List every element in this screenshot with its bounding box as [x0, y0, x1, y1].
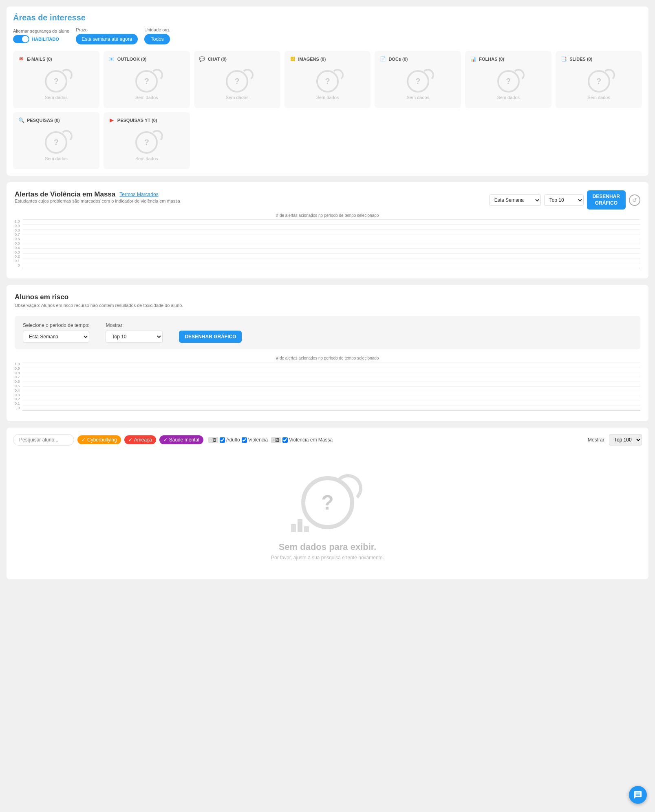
alerts-chart-plot: [22, 219, 640, 268]
alerts-chart-inner: 1.0 0.9 0.8 0.7 0.6 0.5 0.4 0.3 0.2 0.1 …: [15, 219, 640, 268]
alerts-draw-button[interactable]: DESENHARGRÁFICO: [587, 190, 626, 210]
card-outlook-header: 📧 OUTLOOK (0): [108, 56, 147, 62]
card-folhas-body: Sem dados: [470, 66, 547, 103]
card-folhas-label: FOLHAS (0): [479, 57, 504, 62]
card-outlook-label: OUTLOOK (0): [117, 57, 147, 62]
card-folhas[interactable]: 📊 FOLHAS (0) Sem dados: [465, 51, 551, 108]
violencia-massa-text: Violência em Massa: [289, 437, 333, 443]
top-controls: Alternar segurança do aluno HABILITADO P…: [13, 27, 642, 44]
alerts-controls: Esta Semana Este Mês Este Ano Top 10 Top…: [489, 190, 640, 210]
alerts-title: Alertas de Violência em Massa: [15, 190, 115, 199]
risk-section: Alunos em risco Observação: Alunos em ri…: [7, 285, 648, 421]
alerts-title-row: Alertas de Violência em Massa Termos Mar…: [15, 190, 180, 199]
bar-2: [298, 519, 302, 532]
toggle-label-above: Alternar segurança do aluno: [13, 29, 69, 33]
card-slides-label: SLIDES (0): [569, 57, 592, 62]
emails-icon: ✉: [18, 56, 24, 62]
card-chat[interactable]: 💬 CHAT (0) Sem dados: [194, 51, 280, 108]
prazo-label: Prazo: [76, 27, 138, 32]
bar-1: [291, 524, 296, 532]
risk-period-label: Selecione o período de tempo:: [23, 322, 89, 328]
risk-period-select[interactable]: Esta Semana Este Mês Este Ano: [23, 331, 89, 343]
termos-link[interactable]: Termos Marcados: [119, 192, 158, 197]
card-pesquisas[interactable]: 🔍 PESQUISAS (0) Sem dados: [13, 112, 99, 169]
risk-period-group: Selecione o período de tempo: Esta Seman…: [23, 322, 89, 343]
violencia-massa-group: +🖼 Violência em Massa: [271, 437, 333, 443]
security-toggle[interactable]: [13, 35, 29, 43]
risk-controls-box: Selecione o período de tempo: Esta Seman…: [15, 316, 640, 349]
unidade-group: Unidade org. Todos: [144, 27, 170, 44]
violencia-checkbox[interactable]: [242, 437, 247, 443]
risk-chart-plot: [22, 362, 640, 411]
risk-chart-label: # de alertas acionados no período de tem…: [15, 356, 640, 360]
card-imagens-nodata: Sem dados: [316, 95, 339, 100]
bar-decoration: [291, 519, 309, 532]
risk-chart: # de alertas acionados no período de tem…: [15, 356, 640, 413]
card-imagens-label: IMAGENS (0): [298, 57, 326, 62]
outlook-icon: 📧: [108, 56, 115, 62]
risk-controls-inner: Selecione o período de tempo: Esta Seman…: [23, 322, 632, 343]
mostrar-label: Mostrar:: [588, 437, 606, 443]
areas-de-interesse-section: Áreas de interesse Alternar segurança do…: [7, 7, 648, 176]
card-emails[interactable]: ✉ E-MAILS (0) Sem dados: [13, 51, 99, 108]
alerts-y-axis: 1.0 0.9 0.8 0.7 0.6 0.5 0.4 0.3 0.2 0.1 …: [15, 219, 22, 268]
no-data-text: Sem dados para exibir.: [279, 542, 377, 552]
risk-draw-button[interactable]: DESENHAR GRÁFICO: [179, 331, 242, 343]
card-slides[interactable]: 📑 SLIDES (0) Sem dados: [556, 51, 642, 108]
card-imagens[interactable]: 🖼 IMAGENS (0) Sem dados: [284, 51, 371, 108]
card-chat-body: Sem dados: [199, 66, 276, 103]
adulto-checkbox-label[interactable]: Adulto: [220, 437, 240, 443]
imagens-icon: 🖼: [289, 56, 296, 62]
ameaca-check: ✓: [128, 437, 132, 443]
alerts-left: Alertas de Violência em Massa Termos Mar…: [15, 190, 180, 210]
violencia-massa-checkbox-label[interactable]: Violência em Massa: [282, 437, 333, 443]
violencia-massa-icon-box: +🖼: [271, 437, 281, 443]
adulto-text: Adulto: [226, 437, 240, 443]
card-pesquisas-label: PESQUISAS (0): [27, 118, 60, 123]
risk-title: Alunos em risco: [15, 293, 640, 301]
no-data-area: Sem dados para exibir. Por favor, ajuste…: [13, 454, 642, 573]
cyberbullying-label: Cyberbullying: [87, 437, 117, 443]
card-slides-body: Sem dados: [560, 66, 637, 103]
prazo-button[interactable]: Esta semana até agora: [76, 34, 138, 44]
card-outlook[interactable]: 📧 OUTLOOK (0) Sem dados: [104, 51, 190, 108]
card-chat-header: 💬 CHAT (0): [199, 56, 227, 62]
tag-saude-mental[interactable]: ✓ Saúde mental: [159, 435, 203, 444]
card-slides-nodata: Sem dados: [587, 95, 610, 100]
search-section: ✓ Cyberbullying ✓ Ameaça ✓ Saúde mental …: [7, 428, 648, 579]
alerts-chart: # de alertas acionados no período de tem…: [15, 213, 640, 270]
card-docs[interactable]: 📄 DOCs (0) Sem dados: [375, 51, 461, 108]
risk-show-select[interactable]: Top 10 Top 25 Top 50 Top 100: [106, 331, 163, 343]
card-docs-label: DOCs (0): [388, 57, 408, 62]
adulto-icon-box: +🖼: [208, 437, 218, 443]
card-pesquisasyt-header: ▶ PESQUISAS YT (0): [108, 117, 157, 124]
mostrar-select[interactable]: Top 10 Top 25 Top 50 Top 100: [609, 434, 642, 446]
cards-grid-1: ✉ E-MAILS (0) Sem dados 📧 OUT: [13, 51, 642, 108]
slides-icon: 📑: [560, 56, 567, 62]
alerts-top-select[interactable]: Top 10 Top 25 Top 50 Top 100: [544, 194, 584, 206]
card-pesquisasyt[interactable]: ▶ PESQUISAS YT (0) Sem dados: [104, 112, 190, 169]
tag-cyberbullying[interactable]: ✓ Cyberbullying: [77, 435, 121, 444]
saude-check: ✓: [163, 437, 168, 443]
docs-icon: 📄: [379, 56, 386, 62]
card-pesquisasyt-nodata: Sem dados: [135, 156, 158, 161]
bar-3: [304, 526, 309, 532]
big-arc: [334, 474, 362, 503]
pesquisas-icon: 🔍: [18, 117, 24, 124]
folhas-icon: 📊: [470, 56, 476, 62]
risk-subtitle: Observação: Alunos em risco recurso não …: [15, 303, 640, 308]
search-input[interactable]: [13, 434, 74, 446]
card-emails-header: ✉ E-MAILS (0): [18, 56, 52, 62]
card-outlook-nodata: Sem dados: [135, 95, 158, 100]
cyberbullying-check: ✓: [82, 437, 86, 443]
card-docs-body: Sem dados: [379, 66, 456, 103]
adulto-checkbox[interactable]: [220, 437, 225, 443]
card-imagens-header: 🖼 IMAGENS (0): [289, 56, 326, 62]
unidade-button[interactable]: Todos: [144, 34, 170, 44]
tag-ameaca[interactable]: ✓ Ameaça: [124, 435, 156, 444]
toggle-container: HABILITADO: [13, 35, 69, 43]
alerts-refresh-icon[interactable]: ↺: [629, 194, 640, 206]
alerts-period-select[interactable]: Esta Semana Este Mês Este Ano: [489, 194, 541, 206]
violencia-checkbox-label[interactable]: Violência: [242, 437, 268, 443]
violencia-massa-checkbox[interactable]: [282, 437, 288, 443]
